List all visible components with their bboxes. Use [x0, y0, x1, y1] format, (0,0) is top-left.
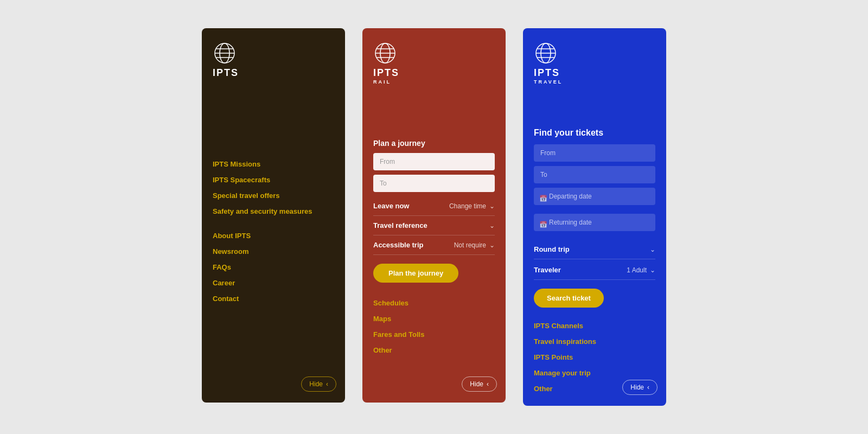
tickets-section: Find your tickets 📅 📅 Round trip ⌄ Trave…	[534, 128, 655, 318]
logo-title-red: IPTS	[373, 67, 399, 79]
chevron-down-icon-leave: ⌄	[489, 202, 495, 210]
plan-journey-button[interactable]: Plan the journey	[373, 264, 458, 283]
panel-blue: IPTS TRAVEL Find your tickets 📅 📅 Round …	[523, 28, 666, 406]
logo-area-blue: IPTS TRAVEL	[534, 41, 655, 85]
sub-links-red: Schedules Maps Fares and Tolls Other	[373, 299, 495, 354]
returning-date-input[interactable]	[534, 214, 655, 231]
calendar-icon-returning: 📅	[539, 221, 547, 228]
from-input-red[interactable]	[373, 153, 495, 170]
nav-link-about[interactable]: About IPTS	[213, 232, 334, 240]
logo-title-blue: IPTS	[534, 67, 560, 79]
hide-button-blue[interactable]: Hide ‹	[622, 380, 658, 395]
departing-date-wrapper: 📅	[534, 188, 655, 209]
plan-journey-label: Plan a journey	[373, 139, 495, 148]
to-input-blue[interactable]	[534, 166, 655, 183]
panel-red: IPTS RAIL Plan a journey Leave now Chang…	[362, 28, 506, 403]
chevron-left-icon-brown: ‹	[326, 380, 328, 388]
departing-date-input[interactable]	[534, 188, 655, 205]
chevron-down-icon-round: ⌄	[650, 246, 655, 253]
chevron-down-icon-traveler: ⌄	[650, 266, 655, 274]
change-time-value: Change time	[449, 202, 486, 210]
blue-link-manage[interactable]: Manage your trip	[534, 369, 655, 377]
chevron-down-icon-accessible: ⌄	[489, 241, 495, 249]
blue-link-points[interactable]: IPTS Points	[534, 353, 655, 361]
nav-link-safety[interactable]: Safety and security measures	[213, 207, 334, 215]
hide-button-brown[interactable]: Hide ‹	[301, 376, 336, 392]
logo-title-brown: IPTS	[213, 67, 239, 79]
sub-link-maps[interactable]: Maps	[373, 315, 495, 323]
sub-link-fares[interactable]: Fares and Tolls	[373, 330, 495, 339]
search-ticket-button[interactable]: Search ticket	[534, 289, 604, 308]
hide-button-red[interactable]: Hide ‹	[462, 376, 497, 392]
calendar-icon-departing: 📅	[539, 195, 547, 202]
nav-link-spacecrafts[interactable]: IPTS Spacecrafts	[213, 176, 334, 184]
panels-container: IPTS IPTS Missions IPTS Spacecrafts Spec…	[180, 7, 688, 427]
blue-link-inspirations[interactable]: Travel inspirations	[534, 337, 655, 346]
globe-icon-red	[373, 41, 397, 65]
nav-section-2: About IPTS Newsroom FAQs Career Contact	[213, 232, 334, 303]
nav-link-missions[interactable]: IPTS Missions	[213, 160, 334, 168]
accessible-value: Not require	[454, 241, 486, 249]
traveler-value: 1 Adult	[627, 266, 647, 274]
sub-link-schedules[interactable]: Schedules	[373, 299, 495, 307]
journey-section: Plan a journey Leave now Change time ⌄ T…	[373, 139, 495, 293]
nav-link-faqs[interactable]: FAQs	[213, 263, 334, 271]
nav-link-career[interactable]: Career	[213, 279, 334, 287]
chevron-left-icon-blue: ‹	[647, 384, 649, 391]
logo-area-brown: IPTS	[213, 41, 334, 79]
globe-icon-brown	[213, 41, 237, 65]
blue-link-channels[interactable]: IPTS Channels	[534, 322, 655, 330]
chevron-left-icon-red: ‹	[487, 380, 489, 388]
panel-brown: IPTS IPTS Missions IPTS Spacecrafts Spec…	[202, 28, 345, 403]
chevron-down-icon-travel: ⌄	[489, 222, 495, 229]
find-tickets-label: Find your tickets	[534, 128, 655, 138]
leave-now-row[interactable]: Leave now Change time ⌄	[373, 196, 495, 216]
logo-area-red: IPTS RAIL	[373, 41, 495, 85]
nav-link-contact[interactable]: Contact	[213, 295, 334, 303]
nav-section-1: IPTS Missions IPTS Spacecrafts Special t…	[213, 160, 334, 215]
to-input-red[interactable]	[373, 175, 495, 192]
traveler-row[interactable]: Traveler 1 Adult ⌄	[534, 260, 655, 280]
returning-date-wrapper: 📅	[534, 214, 655, 235]
nav-link-special[interactable]: Special travel offers	[213, 192, 334, 200]
nav-link-newsroom[interactable]: Newsroom	[213, 247, 334, 256]
logo-subtitle-red: RAIL	[373, 79, 391, 85]
from-input-blue[interactable]	[534, 144, 655, 162]
accessible-trip-row[interactable]: Accessible trip Not require ⌄	[373, 235, 495, 255]
globe-icon-blue	[534, 41, 558, 65]
round-trip-row[interactable]: Round trip ⌄	[534, 240, 655, 259]
travel-reference-row[interactable]: Travel reference ⌄	[373, 216, 495, 235]
sub-link-other-red[interactable]: Other	[373, 346, 495, 354]
logo-subtitle-blue: TRAVEL	[534, 79, 563, 85]
